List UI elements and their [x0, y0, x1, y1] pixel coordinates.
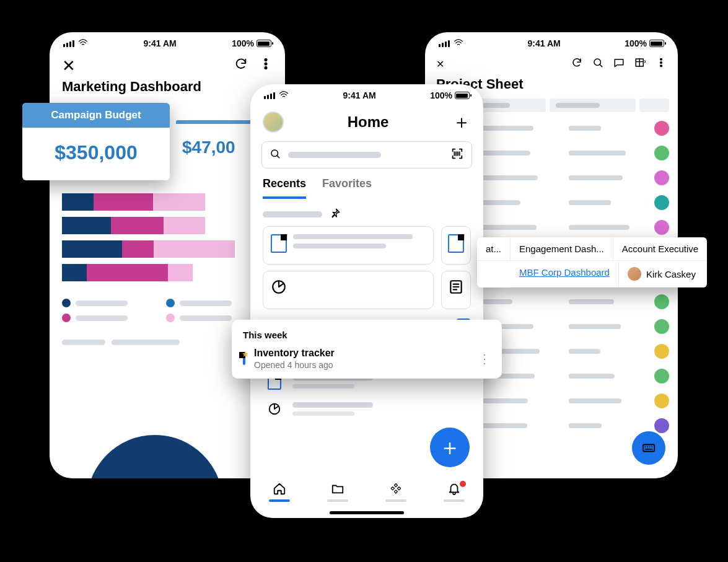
search-icon	[270, 148, 281, 162]
svg-point-7	[660, 65, 662, 67]
signal-icon	[439, 40, 450, 47]
signal-icon	[63, 40, 74, 47]
create-fab[interactable]: ＋	[430, 428, 470, 467]
card-header: Campaign Budget	[22, 103, 170, 128]
svg-rect-8	[643, 445, 654, 452]
page-title: Home	[348, 113, 389, 131]
this-week-card: This week ★ Inventory tracker Opened 4 h…	[232, 320, 502, 379]
refresh-icon[interactable]	[571, 57, 582, 71]
view-icon[interactable]	[634, 57, 646, 71]
dashboard-link[interactable]: MBF Corp Dashboard	[519, 267, 610, 278]
secondary-metric-card[interactable]: ⤢ $47,00	[176, 120, 263, 171]
avatar-icon	[654, 220, 669, 235]
wifi-icon	[78, 38, 88, 48]
avatar-icon	[654, 195, 669, 210]
campaign-budget-card[interactable]: Campaign Budget $350,000	[22, 103, 170, 180]
project-popover: at... Engagement Dash... Account Executi…	[477, 237, 707, 288]
pie-chart-icon	[265, 402, 284, 416]
barcode-scan-icon[interactable]	[450, 147, 464, 163]
report-icon	[448, 279, 464, 297]
avatar-icon	[654, 344, 669, 359]
recent-card[interactable]	[441, 226, 471, 265]
sheet-icon: ★	[243, 353, 245, 364]
signal-icon	[264, 92, 275, 99]
sheet-icon	[271, 234, 287, 253]
tab-recents[interactable]: Recents	[263, 177, 306, 199]
tabs: Recents Favorites	[250, 175, 483, 199]
section-heading: This week	[243, 330, 491, 340]
avatar-icon	[628, 267, 641, 281]
status-bar: 9:41 AM 100%	[250, 84, 483, 107]
secondary-metric-value: $47,00	[176, 124, 263, 171]
battery-indicator: 100%	[430, 90, 470, 100]
notification-badge	[460, 481, 466, 487]
battery-indicator: 100%	[232, 38, 271, 48]
svg-point-1	[265, 63, 266, 64]
budget-value: $350,000	[22, 128, 170, 180]
list-item[interactable]	[250, 396, 483, 422]
search-input[interactable]	[261, 141, 472, 169]
pie-chart-icon	[271, 279, 287, 297]
avatar-icon	[654, 294, 669, 309]
clock: 9:41 AM	[343, 90, 376, 100]
nav-home[interactable]	[269, 482, 290, 502]
refresh-icon[interactable]	[234, 57, 248, 74]
status-bar: 9:41 AM 100%	[50, 32, 285, 55]
avatar-icon	[654, 393, 669, 408]
keyboard-fab[interactable]	[632, 431, 665, 465]
search-placeholder	[288, 152, 381, 158]
tab-favorites[interactable]: Favorites	[322, 177, 372, 199]
comment-icon[interactable]	[613, 57, 625, 71]
avatar-icon	[654, 170, 669, 185]
nav-browse[interactable]	[327, 482, 348, 502]
popover-col-2: Account Executive	[613, 237, 707, 261]
clock: 9:41 AM	[528, 38, 561, 48]
avatar-icon	[654, 146, 669, 160]
battery-indicator: 100%	[625, 38, 664, 48]
more-icon[interactable]	[259, 57, 273, 74]
svg-point-0	[265, 59, 266, 61]
popover-col-1: Engagement Dash...	[511, 237, 613, 261]
popover-col-0: at...	[477, 237, 511, 261]
assignee-cell[interactable]: Kirk Caskey	[619, 261, 704, 288]
status-bar: 9:41 AM 100%	[425, 32, 678, 55]
svg-point-6	[660, 62, 662, 64]
star-icon: ★	[242, 349, 249, 359]
home-phone: 9:41 AM 100% Home ＋ Recents Favorites	[250, 84, 483, 518]
recent-card[interactable]	[263, 226, 434, 265]
sheet-icon	[448, 234, 464, 253]
chart-legend	[50, 288, 285, 322]
clock: 9:41 AM	[144, 38, 177, 48]
profile-avatar[interactable]	[263, 112, 284, 133]
close-icon[interactable]: ✕	[436, 58, 444, 70]
recent-card[interactable]	[441, 271, 471, 309]
item-subtitle: Opened 4 hours ago	[254, 360, 335, 370]
avatar-icon	[654, 418, 669, 433]
wifi-icon	[454, 38, 463, 48]
stacked-bar-chart	[50, 185, 285, 281]
assignee-name: Kirk Caskey	[646, 269, 696, 279]
more-icon[interactable]: ⋮	[478, 351, 491, 366]
avatar-icon	[654, 319, 669, 334]
recent-card[interactable]	[263, 271, 434, 309]
more-icon[interactable]	[656, 57, 667, 71]
close-icon[interactable]: ✕	[62, 58, 76, 74]
svg-point-2	[265, 67, 266, 69]
svg-point-5	[660, 58, 662, 60]
section-label-placeholder	[263, 211, 322, 217]
pin-icon	[330, 208, 341, 221]
nav-workapps[interactable]	[385, 482, 406, 502]
nav-notifications[interactable]	[444, 482, 465, 502]
wifi-icon	[279, 90, 289, 100]
avatar-icon	[654, 369, 669, 384]
search-icon[interactable]	[592, 57, 603, 71]
home-indicator	[330, 511, 404, 514]
item-title: Inventory tracker	[254, 348, 335, 359]
list-item[interactable]: ★ Inventory tracker Opened 4 hours ago ⋮	[243, 348, 491, 370]
avatar-icon	[654, 121, 669, 136]
add-button[interactable]: ＋	[452, 113, 471, 131]
